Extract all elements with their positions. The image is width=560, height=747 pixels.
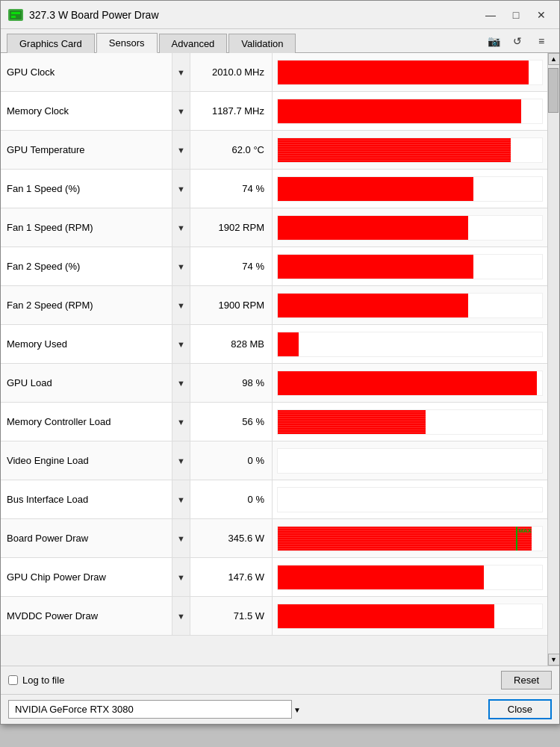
sensor-dropdown[interactable]: ▼ <box>172 286 190 324</box>
sensor-value: 345.6 W <box>190 519 273 557</box>
sensor-bar-container: MAX <box>273 519 547 557</box>
sensor-bar <box>277 409 543 435</box>
sensor-bar-container <box>273 92 547 130</box>
sensor-row: Fan 1 Speed (RPM) ▼ 1902 RPM <box>1 208 547 247</box>
tab-sensors[interactable]: Sensors <box>96 33 158 53</box>
sensor-value: 0 % <box>190 480 273 518</box>
close-window-button[interactable]: ✕ <box>531 6 552 24</box>
sensor-bar-container <box>273 403 547 441</box>
sensor-dropdown[interactable]: ▼ <box>172 403 190 441</box>
sensor-bar-container <box>273 480 547 518</box>
sensor-value: 98 % <box>190 364 273 402</box>
scroll-up-arrow[interactable]: ▲ <box>548 53 560 65</box>
sensor-row: Fan 1 Speed (%) ▼ 74 % <box>1 170 547 208</box>
close-button[interactable]: Close <box>488 699 552 719</box>
sensor-value: 1902 RPM <box>190 208 273 247</box>
sensor-bar <box>277 371 543 396</box>
title-bar: 327.3 W Board Power Draw — □ ✕ <box>1 1 559 29</box>
sensor-dropdown[interactable]: ▼ <box>172 597 190 635</box>
sensor-dropdown[interactable]: ▼ <box>172 208 190 247</box>
sensor-row: MVDDC Power Draw ▼ 71.5 W <box>1 597 547 636</box>
sensor-row: GPU Clock ▼ 2010.0 MHz <box>1 53 547 92</box>
sensor-dropdown[interactable]: ▼ <box>172 519 190 557</box>
sensor-dropdown[interactable]: ▼ <box>172 247 190 285</box>
sensor-bar <box>277 565 543 590</box>
sensor-bar: MAX <box>277 526 543 551</box>
title-controls: — □ ✕ <box>480 6 552 24</box>
sensor-bar-container <box>273 441 547 480</box>
sensor-name: GPU Temperature <box>1 131 172 169</box>
log-to-file-checkbox[interactable] <box>8 675 18 685</box>
sensor-bar <box>277 254 543 279</box>
app-icon <box>8 9 23 21</box>
gpu-select[interactable]: NVIDIA GeForce RTX 3080 <box>8 700 292 719</box>
sensor-dropdown[interactable]: ▼ <box>172 170 190 208</box>
sensor-name: Fan 1 Speed (RPM) <box>1 208 172 247</box>
sensor-value: 62.0 °C <box>190 131 273 169</box>
svg-rect-2 <box>11 16 16 18</box>
tab-actions: 📷 ↺ ≡ <box>482 30 553 52</box>
sensor-value: 74 % <box>190 247 273 285</box>
sensor-value: 0 % <box>190 441 273 480</box>
gpu-select-wrapper: NVIDIA GeForce RTX 3080 ▼ <box>8 700 307 719</box>
sensor-name: Memory Controller Load <box>1 403 172 441</box>
reset-button[interactable]: Reset <box>501 671 552 689</box>
sensor-value: 71.5 W <box>190 597 273 635</box>
tab-validation[interactable]: Validation <box>228 34 296 53</box>
minimize-button[interactable]: — <box>480 6 501 24</box>
sensor-name: Memory Clock <box>1 92 172 130</box>
refresh-button[interactable]: ↺ <box>508 33 526 49</box>
sensor-row: Fan 2 Speed (RPM) ▼ 1900 RPM <box>1 286 547 325</box>
sensor-value: 1187.7 MHz <box>190 92 273 130</box>
scroll-down-arrow[interactable]: ▼ <box>548 654 560 666</box>
sensor-dropdown[interactable]: ▼ <box>172 92 190 130</box>
svg-rect-1 <box>11 12 20 14</box>
sensor-dropdown[interactable]: ▼ <box>172 53 190 91</box>
sensors-list: GPU Clock ▼ 2010.0 MHz Memory Clock ▼ 11… <box>1 53 547 666</box>
sensor-name: GPU Chip Power Draw <box>1 558 172 596</box>
scroll-thumb[interactable] <box>548 68 559 113</box>
sensor-bar <box>277 448 543 474</box>
sensor-value: 147.6 W <box>190 558 273 596</box>
tab-advanced[interactable]: Advanced <box>159 34 228 53</box>
sensor-name: Memory Used <box>1 325 172 363</box>
sensor-bar-container <box>273 286 547 324</box>
maximize-button[interactable]: □ <box>505 6 526 24</box>
gpu-select-arrow-icon: ▼ <box>293 705 301 713</box>
log-label-text: Log to file <box>22 675 64 686</box>
sensor-bar <box>277 293 543 318</box>
sensor-dropdown[interactable]: ▼ <box>172 364 190 402</box>
bottom-bar: Log to file Reset <box>1 666 559 694</box>
sensor-bar <box>277 215 543 241</box>
sensor-bar <box>277 137 543 163</box>
sensor-row: GPU Temperature ▼ 62.0 °C <box>1 131 547 170</box>
sensor-dropdown[interactable]: ▼ <box>172 131 190 169</box>
menu-button[interactable]: ≡ <box>532 33 550 49</box>
svg-rect-0 <box>10 10 22 19</box>
sensor-bar-container <box>273 558 547 596</box>
tab-graphics-card[interactable]: Graphics Card <box>7 34 95 53</box>
sensor-dropdown[interactable]: ▼ <box>172 480 190 518</box>
scroll-track[interactable] <box>548 65 559 654</box>
sensor-bar <box>277 99 543 124</box>
sensor-bar-container <box>273 247 547 285</box>
sensor-bar-container <box>273 325 547 363</box>
sensor-row: Memory Used ▼ 828 MB <box>1 325 547 364</box>
sensor-bar-container <box>273 597 547 635</box>
sensor-bar <box>277 332 543 357</box>
sensor-row: GPU Chip Power Draw ▼ 147.6 W <box>1 558 547 597</box>
sensor-bar-container <box>273 170 547 208</box>
sensor-row: Fan 2 Speed (%) ▼ 74 % <box>1 247 547 286</box>
sensor-dropdown[interactable]: ▼ <box>172 325 190 363</box>
sensor-row: Memory Controller Load ▼ 56 % <box>1 403 547 441</box>
sensor-dropdown[interactable]: ▼ <box>172 441 190 480</box>
sensor-name: Video Engine Load <box>1 441 172 480</box>
camera-button[interactable]: 📷 <box>485 33 503 49</box>
sensor-bar <box>277 604 543 629</box>
sensor-value: 74 % <box>190 170 273 208</box>
sensor-dropdown[interactable]: ▼ <box>172 558 190 596</box>
log-to-file-label[interactable]: Log to file <box>8 675 64 686</box>
sensor-name: Board Power Draw <box>1 519 172 557</box>
sensor-name: MVDDC Power Draw <box>1 597 172 635</box>
sensor-row: Memory Clock ▼ 1187.7 MHz <box>1 92 547 131</box>
